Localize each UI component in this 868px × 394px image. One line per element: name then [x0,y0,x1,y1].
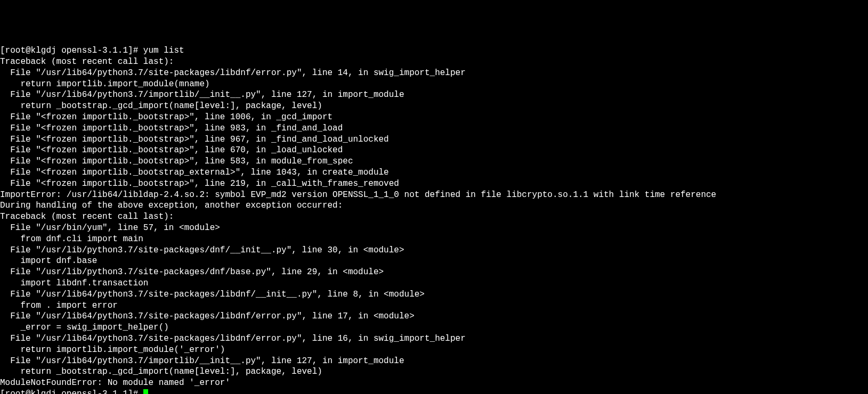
terminal-line: File "<frozen importlib._bootstrap>", li… [0,145,868,156]
terminal-line: File "<frozen importlib._bootstrap_exter… [0,167,868,178]
terminal-prompt-line: [root@klgdj openssl-3.1.1]# [0,389,868,394]
terminal-line: File "/usr/lib/python3.7/site-packages/d… [0,245,868,256]
terminal-line: File "/usr/lib64/python3.7/importlib/__i… [0,356,868,367]
terminal-line: File "<frozen importlib._bootstrap>", li… [0,134,868,145]
terminal-line: File "<frozen importlib._bootstrap>", li… [0,112,868,123]
terminal-line: return _bootstrap._gcd_import(name[level… [0,366,868,377]
terminal-line: File "<frozen importlib._bootstrap>", li… [0,178,868,190]
terminal-line: ImportError: /usr/lib64/libldap-2.4.so.2… [0,190,868,201]
terminal-line: File "/usr/lib64/python3.7/importlib/__i… [0,89,868,101]
terminal-line: File "/usr/lib64/python3.7/site-packages… [0,333,868,344]
terminal-line: return importlib.import_module(mname) [0,79,868,90]
terminal-line: File "/usr/lib64/python3.7/site-packages… [0,289,868,300]
cursor-icon [143,389,148,394]
terminal-output[interactable]: [root@klgdj openssl-3.1.1]# yum listTrac… [0,44,868,394]
terminal-line: [root@klgdj openssl-3.1.1]# yum list [0,45,868,56]
terminal-line: File "/usr/lib/python3.7/site-packages/d… [0,267,868,278]
terminal-line: Traceback (most recent call last): [0,211,868,223]
terminal-line: File "<frozen importlib._bootstrap>", li… [0,156,868,167]
terminal-line: ModuleNotFoundError: No module named '_e… [0,377,868,389]
terminal-line: File "/usr/lib64/python3.7/site-packages… [0,311,868,322]
terminal-line: from . import error [0,300,868,311]
terminal-line: Traceback (most recent call last): [0,56,868,68]
prompt-text: [root@klgdj openssl-3.1.1]# [0,389,143,394]
terminal-line: During handling of the above exception, … [0,200,868,211]
terminal-line: File "/usr/bin/yum", line 57, in <module… [0,223,868,234]
terminal-line: return importlib.import_module('_error') [0,344,868,356]
terminal-line: from dnf.cli import main [0,234,868,245]
terminal-line: import dnf.base [0,256,868,267]
terminal-line: File "<frozen importlib._bootstrap>", li… [0,123,868,134]
terminal-line: import libdnf.transaction [0,278,868,289]
terminal-line: return _bootstrap._gcd_import(name[level… [0,101,868,112]
terminal-line: File "/usr/lib64/python3.7/site-packages… [0,68,868,79]
terminal-line: _error = swig_import_helper() [0,322,868,333]
